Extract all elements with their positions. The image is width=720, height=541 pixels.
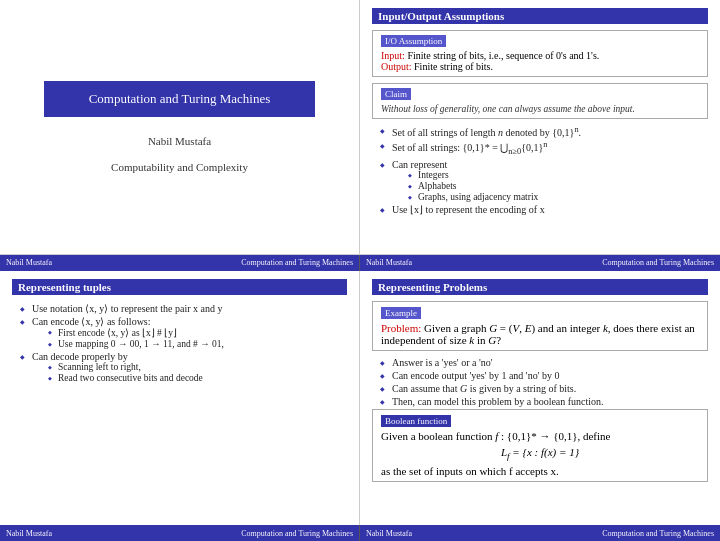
footer-slide3: Nabil Mustafa Computation and Turing Mac…	[0, 525, 360, 541]
output-label: Output:	[381, 61, 412, 72]
sub-scanning: Scanning left to right,	[48, 362, 347, 372]
slide-1-subtitle: Computability and Complexity	[111, 161, 248, 173]
example-bullets: Answer is a 'yes' or a 'no' Can encode o…	[372, 357, 708, 407]
footer-slide2: Nabil Mustafa Computation and Turing Mac…	[360, 255, 720, 271]
slide2-bullets: Set of all strings of length n denoted b…	[372, 125, 708, 215]
claim-title: Claim	[381, 88, 411, 100]
bullet-yes-no: Answer is a 'yes' or a 'no'	[380, 357, 708, 368]
boolean-title: Boolean function	[381, 415, 451, 427]
slide-1-title: Computation and Turing Machines	[44, 81, 315, 117]
footer-s4-author: Nabil Mustafa	[366, 529, 412, 538]
slide-4-header: Representing Problems	[372, 279, 708, 295]
bullet-encode-output: Can encode output 'yes' by 1 and 'no' by…	[380, 370, 708, 381]
slide-3: Representing tuples Use notation ⟨x, y⟩ …	[0, 271, 360, 526]
bullet-notation: Use notation ⟨x, y⟩ to represent the pai…	[20, 303, 347, 314]
represent-subbullets: Integers Alphabets Graphs, using adjacen…	[392, 170, 708, 202]
example-title: Example	[381, 307, 421, 319]
encode-subbullets: First encode ⟨x, y⟩ as ⌊x⌋ # ⌊y⌋ Use map…	[32, 327, 347, 349]
footer-s3-author: Nabil Mustafa	[6, 529, 52, 538]
slide-1: Computation and Turing Machines Nabil Mu…	[0, 0, 360, 255]
footer-s2-author: Nabil Mustafa	[366, 258, 412, 267]
sub-graphs: Graphs, using adjacency matrix	[408, 192, 708, 202]
footer-s1-author: Nabil Mustafa	[6, 258, 52, 267]
problem-label: Problem:	[381, 322, 421, 334]
bullet-represent: Can represent Integers Alphabets Graphs,…	[380, 159, 708, 202]
sub-alphabets: Alphabets	[408, 181, 708, 191]
bullet-strings-n: Set of all strings of length n denoted b…	[380, 125, 708, 138]
bullet-strings-star: Set of all strings: {0,1}* = ⋃n≥0{0,1}n	[380, 140, 708, 156]
bullet-encode: Can encode ⟨x, y⟩ as follows: First enco…	[20, 316, 347, 349]
sub-integers: Integers	[408, 170, 708, 180]
boolean-text: Given a boolean function f : {0,1}* → {0…	[381, 430, 610, 442]
decode-subbullets: Scanning left to right, Read two consecu…	[32, 362, 347, 383]
io-section-title: I/O Assumption	[381, 35, 446, 47]
slide-4: Representing Problems Example Problem: G…	[360, 271, 720, 526]
bullet-boolean: Then, can model this problem by a boolea…	[380, 396, 708, 407]
slide-2: Input/Output Assumptions I/O Assumption …	[360, 0, 720, 255]
slide-1-author: Nabil Mustafa	[148, 135, 211, 147]
output-text: Finite string of bits.	[414, 61, 493, 72]
problem-text: Given a graph G = (V, E) and an integer …	[381, 322, 695, 346]
sub-mapping: Use mapping 0 → 00, 1 → 11, and # → 01,	[48, 339, 347, 349]
bullet-encoding: Use ⌊x⌋ to represent the encoding of x	[380, 204, 708, 215]
boolean-box: Boolean function Given a boolean functio…	[372, 409, 708, 482]
sub-read-bits: Read two consecutive bits and decode	[48, 373, 347, 383]
bullet-decode: Can decode properly by Scanning left to …	[20, 351, 347, 383]
slide3-bullets: Use notation ⟨x, y⟩ to represent the pai…	[12, 303, 347, 383]
footer-s3-course: Computation and Turing Machines	[241, 529, 353, 538]
boolean-footer: as the set of inputs on which f accepts …	[381, 465, 699, 477]
slide-3-header: Representing tuples	[12, 279, 347, 295]
bullet-g-string: Can assume that G is given by a string o…	[380, 383, 708, 394]
footer-slide4: Nabil Mustafa Computation and Turing Mac…	[360, 525, 720, 541]
input-text: Finite string of bits, i.e., sequence of…	[407, 50, 599, 61]
claim-box: Claim Without loss of generality, one ca…	[372, 83, 708, 119]
boolean-formula: Lf = {x : f(x) = 1}	[381, 446, 699, 461]
footer-s4-course: Computation and Turing Machines	[602, 529, 714, 538]
footer-s2-course: Computation and Turing Machines	[602, 258, 714, 267]
slide-2-header: Input/Output Assumptions	[372, 8, 708, 24]
example-box: Example Problem: Given a graph G = (V, E…	[372, 301, 708, 351]
footer-s1-course: Computation and Turing Machines	[241, 258, 353, 267]
footer-slide1: Nabil Mustafa Computation and Turing Mac…	[0, 255, 360, 271]
sub-first-encode: First encode ⟨x, y⟩ as ⌊x⌋ # ⌊y⌋	[48, 327, 347, 338]
io-assumption-box: I/O Assumption Input: Finite string of b…	[372, 30, 708, 77]
claim-text: Without loss of generality, one can alwa…	[381, 104, 635, 114]
input-label: Input:	[381, 50, 405, 61]
